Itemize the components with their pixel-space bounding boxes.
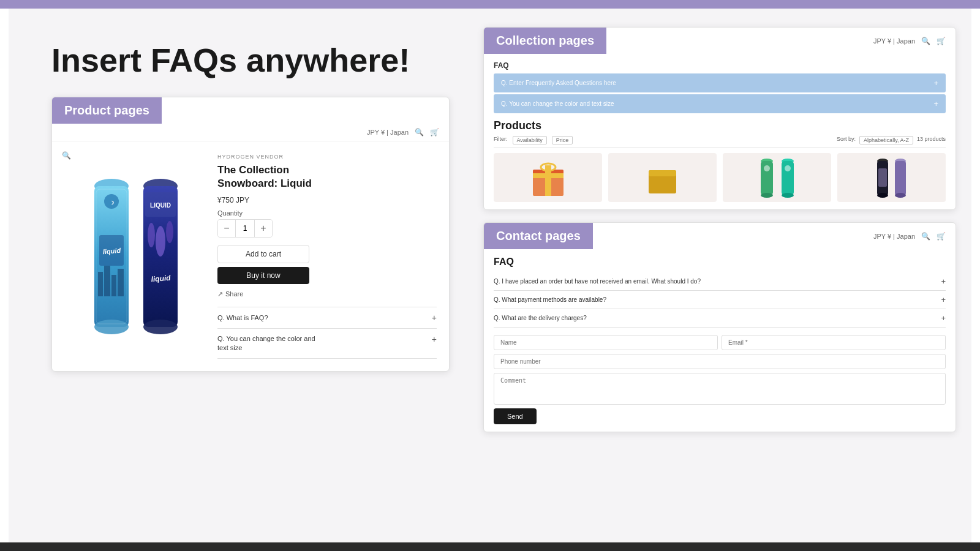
product-thumb-1 — [494, 153, 602, 202]
snowboard-image: ☽ liquid — [69, 168, 203, 345]
faq-item-2: Q. You can change the color andtext size… — [217, 329, 437, 359]
bottom-dark-bar — [0, 542, 980, 551]
product-faq-accordion: Q. What is FAQ? + Q. You can change the … — [217, 307, 437, 359]
top-purple-bar — [0, 0, 980, 9]
filter-left: Filter: Availability Price — [494, 136, 573, 144]
contact-faq-item-1: Q. I have placed an order but have not r… — [494, 272, 946, 291]
collection-page-mock: Collection pages JPY ¥ | Japan 🔍 🛒 FAQ Q… — [483, 27, 956, 210]
faq-question-1: Q. What is FAQ? — [217, 314, 268, 321]
collection-label-banner: Collection pages — [484, 28, 606, 54]
contact-search-icon[interactable]: 🔍 — [921, 232, 930, 241]
contact-faq-q1: Q. I have placed an order but have not r… — [494, 278, 701, 285]
product-image-area: 🔍 ☽ — [59, 149, 213, 364]
contact-faq-title: FAQ — [494, 257, 946, 268]
add-to-cart-button[interactable]: Add to cart — [217, 245, 309, 263]
svg-rect-8 — [111, 275, 116, 296]
svg-point-31 — [761, 193, 773, 198]
products-count: 13 products — [917, 136, 946, 144]
quantity-control: − 1 + — [217, 219, 273, 238]
faq-toggle-1[interactable]: + — [432, 313, 437, 323]
svg-text:☽: ☽ — [110, 200, 114, 206]
svg-point-2 — [94, 320, 129, 334]
email-input[interactable] — [722, 335, 946, 350]
faq-item-1: Q. What is FAQ? + — [217, 307, 437, 329]
send-button[interactable]: Send — [494, 408, 537, 424]
contact-label-banner: Contact pages — [484, 223, 593, 249]
products-grid — [494, 153, 946, 202]
form-row-1 — [494, 335, 946, 350]
svg-rect-9 — [118, 269, 124, 296]
product-page-label: Product pages — [52, 97, 162, 124]
collection-faq-text-1: Q. Enter Frequently Asked Questions here — [501, 80, 616, 86]
contact-cart-icon[interactable]: 🛒 — [937, 232, 946, 241]
name-input[interactable] — [494, 335, 718, 350]
comment-input[interactable] — [494, 373, 946, 405]
collection-faq-title: FAQ — [494, 61, 946, 70]
svg-rect-7 — [104, 266, 110, 296]
collection-currency: JPY ¥ | Japan — [873, 37, 915, 45]
svg-rect-40 — [878, 168, 887, 187]
collection-faq-toggle-2[interactable]: + — [933, 99, 938, 108]
contact-currency: JPY ¥ | Japan — [873, 233, 915, 240]
share-icon: ↗ — [217, 290, 223, 298]
faq-toggle-2[interactable]: + — [432, 334, 437, 344]
svg-point-18 — [156, 226, 165, 257]
svg-point-32 — [764, 165, 770, 171]
svg-point-36 — [785, 165, 791, 171]
product-title: The Collection Snowboard: Liquid — [217, 163, 437, 190]
phone-input[interactable] — [494, 354, 946, 369]
contact-faq-toggle-3[interactable]: + — [941, 313, 946, 323]
contact-faq-item-3: Q. What are the delivery charges? + — [494, 309, 946, 328]
green-board-2-svg — [778, 156, 797, 199]
contact-faq-q3: Q. What are the delivery charges? — [494, 315, 587, 321]
contact-form: Send — [494, 335, 946, 424]
availability-filter[interactable]: Availability — [513, 136, 547, 144]
contact-page-mock: Contact pages JPY ¥ | Japan 🔍 🛒 FAQ Q. I… — [483, 222, 956, 432]
product-cart-icon[interactable]: 🛒 — [430, 128, 439, 137]
svg-point-14 — [143, 320, 178, 334]
buy-now-button[interactable]: Buy it now — [217, 267, 309, 284]
contact-body: FAQ Q. I have placed an order but have n… — [484, 249, 956, 432]
faq-question-2: Q. You can change the color andtext size — [217, 334, 315, 353]
svg-text:liquid: liquid — [102, 247, 121, 256]
svg-point-39 — [877, 193, 888, 198]
sort-dropdown[interactable]: Alphabetically, A-Z — [859, 136, 913, 144]
sort-by-label: Sort by: — [837, 136, 856, 144]
svg-text:liquid: liquid — [151, 273, 172, 283]
qty-decrease-btn[interactable]: − — [218, 220, 235, 237]
collection-cart-icon[interactable]: 🛒 — [937, 37, 946, 45]
contact-faq-toggle-1[interactable]: + — [941, 277, 946, 286]
page-wrapper: Insert FAQs anywhere! Product pages JPY … — [0, 0, 980, 551]
product-price: ¥750 JPY — [217, 196, 437, 204]
contact-label-row: Contact pages JPY ¥ | Japan 🔍 🛒 — [484, 223, 956, 249]
qty-increase-btn[interactable]: + — [255, 220, 272, 237]
contact-header-right: JPY ¥ | Japan 🔍 🛒 — [873, 232, 956, 241]
sort-right: Sort by: Alphabetically, A-Z 13 products — [837, 136, 946, 144]
zoom-icon: 🔍 — [62, 151, 71, 160]
svg-rect-28 — [649, 170, 676, 193]
product-search-icon[interactable]: 🔍 — [415, 128, 424, 137]
contact-faq-toggle-2[interactable]: + — [941, 295, 946, 304]
product-thumb-4 — [837, 153, 946, 202]
quantity-label: Quantity — [217, 209, 437, 217]
svg-rect-24 — [533, 173, 564, 178]
svg-rect-6 — [98, 272, 103, 296]
collection-header-right: JPY ¥ | Japan 🔍 🛒 — [873, 37, 956, 45]
cube-svg — [643, 158, 682, 198]
collection-faq-toggle-1[interactable]: + — [933, 78, 938, 88]
main-heading: Insert FAQs anywhere! — [51, 42, 450, 78]
collection-faq-item-1: Q. Enter Frequently Asked Questions here… — [494, 73, 946, 92]
collection-search-icon[interactable]: 🔍 — [921, 37, 930, 45]
price-filter[interactable]: Price — [552, 136, 573, 144]
product-page-mock: Product pages JPY ¥ | Japan 🔍 🛒 🔍 — [51, 97, 450, 372]
dark-board-svg — [875, 156, 891, 199]
gift-box-svg — [527, 156, 570, 199]
svg-point-35 — [782, 193, 794, 198]
left-column: Insert FAQs anywhere! Product pages JPY … — [9, 9, 468, 542]
collection-faq-item-2: Q. You can change the color and text siz… — [494, 94, 946, 113]
collection-label-row: Collection pages JPY ¥ | Japan 🔍 🛒 — [484, 28, 956, 54]
product-thumb-3 — [723, 153, 831, 202]
share-link[interactable]: ↗ Share — [217, 290, 437, 298]
filter-bar: Filter: Availability Price Sort by: Alph… — [494, 136, 946, 148]
green-board-1-svg — [758, 156, 776, 199]
